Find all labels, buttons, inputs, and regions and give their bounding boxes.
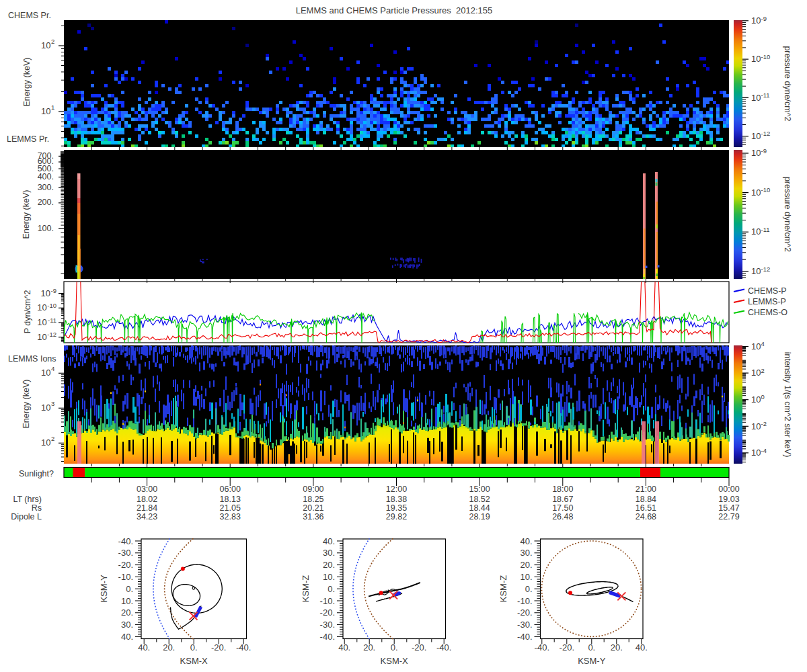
svg-text:-20.: -20.	[517, 607, 532, 618]
svg-text:30.: 30.	[323, 548, 335, 558]
svg-text:KSM-Y: KSM-Y	[578, 656, 606, 666]
svg-text:06:00: 06:00	[220, 485, 241, 494]
svg-text:2: 2	[51, 435, 54, 442]
svg-text:LEMMS-P: LEMMS-P	[748, 297, 786, 306]
svg-text:10: 10	[41, 288, 50, 298]
svg-text:32.83: 32.83	[220, 512, 241, 521]
svg-text:100.: 100.	[38, 224, 54, 233]
svg-text:20.21: 20.21	[303, 503, 323, 513]
svg-text:40.: 40.	[323, 536, 335, 546]
svg-text:-9: -9	[761, 147, 767, 155]
svg-text:-20.: -20.	[118, 560, 133, 570]
svg-text:-20.: -20.	[320, 607, 335, 618]
svg-text:10: 10	[751, 148, 761, 158]
svg-text:34.23: 34.23	[137, 512, 157, 521]
svg-text:300.: 300.	[38, 183, 54, 192]
svg-text:-9: -9	[761, 15, 767, 22]
svg-text:0.: 0.	[126, 584, 133, 594]
svg-text:-40.: -40.	[236, 642, 251, 653]
svg-text:-30.: -30.	[118, 548, 133, 558]
svg-text:10: 10	[41, 403, 50, 413]
svg-text:21.05: 21.05	[220, 503, 241, 513]
svg-text:10.: 10.	[520, 572, 532, 582]
svg-text:29.82: 29.82	[386, 512, 407, 521]
svg-text:18.84: 18.84	[636, 495, 656, 504]
svg-text:10: 10	[751, 187, 761, 198]
svg-text:03:00: 03:00	[137, 485, 157, 494]
svg-text:-30.: -30.	[517, 620, 532, 630]
svg-text:18.38: 18.38	[386, 495, 407, 504]
svg-text:21:00: 21:00	[636, 485, 656, 494]
svg-text:28.19: 28.19	[469, 512, 490, 521]
svg-text:0: 0	[761, 393, 765, 401]
svg-text:-40.: -40.	[118, 536, 133, 546]
svg-text:20.: 20.	[323, 560, 335, 570]
svg-text:pressure dyne/cm^2: pressure dyne/cm^2	[783, 177, 792, 252]
svg-text:18.67: 18.67	[552, 495, 573, 504]
svg-text:10: 10	[751, 15, 761, 26]
svg-text:-11: -11	[761, 91, 770, 99]
svg-text:LEMMS and CHEMS Particle Press: LEMMS and CHEMS Particle Pressures 2012:…	[296, 5, 493, 15]
svg-text:10: 10	[751, 368, 761, 378]
svg-text:Dipole L: Dipole L	[11, 512, 42, 521]
svg-text:18.44: 18.44	[469, 503, 490, 513]
svg-text:19.03: 19.03	[718, 495, 739, 504]
svg-text:-40.: -40.	[517, 632, 532, 642]
svg-text:4: 4	[761, 340, 765, 347]
svg-text:30.: 30.	[520, 548, 532, 558]
svg-text:10: 10	[41, 40, 50, 50]
svg-text:20.: 20.	[520, 560, 532, 570]
svg-text:Energy (keV): Energy (keV)	[22, 58, 32, 107]
svg-text:-11: -11	[761, 226, 770, 233]
svg-text:-40.: -40.	[320, 632, 335, 642]
svg-text:-40.: -40.	[436, 642, 451, 653]
svg-text:16.51: 16.51	[636, 503, 656, 513]
svg-text:20.: 20.	[363, 642, 375, 653]
svg-text:-10: -10	[761, 186, 771, 194]
svg-text:18.52: 18.52	[469, 495, 490, 504]
svg-text:09:00: 09:00	[303, 485, 323, 494]
svg-text:40.: 40.	[520, 536, 532, 546]
svg-text:10: 10	[751, 394, 761, 405]
svg-text:4: 4	[51, 365, 54, 372]
svg-text:-4: -4	[761, 447, 767, 454]
svg-text:21.84: 21.84	[137, 503, 157, 513]
svg-text:-10.: -10.	[517, 596, 532, 606]
svg-text:P dyn/cm^2: P dyn/cm^2	[23, 290, 32, 334]
svg-text:10: 10	[37, 332, 46, 342]
svg-text:2: 2	[51, 38, 54, 45]
svg-text:-10.: -10.	[320, 596, 335, 606]
svg-text:20.: 20.	[121, 607, 133, 618]
svg-text:Rs: Rs	[32, 503, 42, 513]
svg-text:-10.: -10.	[118, 572, 133, 582]
svg-text:-12: -12	[761, 265, 771, 273]
svg-text:intensity 1/(s cm^2 ster keV): intensity 1/(s cm^2 ster keV)	[783, 352, 792, 458]
svg-text:Sunlight?: Sunlight?	[19, 469, 54, 478]
svg-text:-20.: -20.	[560, 642, 574, 653]
svg-text:10: 10	[37, 317, 46, 327]
svg-text:12:00: 12:00	[386, 485, 407, 494]
svg-text:31.36: 31.36	[303, 512, 323, 521]
svg-text:40.: 40.	[636, 642, 648, 653]
svg-text:-30.: -30.	[320, 620, 335, 630]
svg-text:20.: 20.	[611, 642, 623, 653]
svg-text:19.35: 19.35	[386, 503, 407, 513]
svg-text:-12: -12	[761, 130, 771, 137]
svg-text:24.68: 24.68	[636, 512, 656, 521]
svg-text:10: 10	[751, 93, 761, 103]
svg-text:10: 10	[41, 437, 50, 448]
svg-text:0.: 0.	[588, 642, 595, 653]
svg-text:0.: 0.	[391, 642, 398, 653]
svg-text:Energy (keV): Energy (keV)	[22, 380, 31, 429]
svg-text:10: 10	[37, 302, 46, 312]
svg-text:10: 10	[751, 266, 761, 276]
svg-text:30.: 30.	[121, 620, 133, 630]
svg-text:18.02: 18.02	[137, 495, 157, 504]
svg-text:CHEMS Pr.: CHEMS Pr.	[8, 11, 51, 20]
svg-text:15.47: 15.47	[718, 503, 739, 513]
svg-text:Energy (keV): Energy (keV)	[22, 190, 31, 239]
svg-text:18.13: 18.13	[220, 495, 241, 504]
svg-text:0.: 0.	[190, 642, 198, 653]
svg-text:00:00: 00:00	[718, 485, 739, 494]
svg-text:KSM-Y: KSM-Y	[99, 575, 109, 603]
